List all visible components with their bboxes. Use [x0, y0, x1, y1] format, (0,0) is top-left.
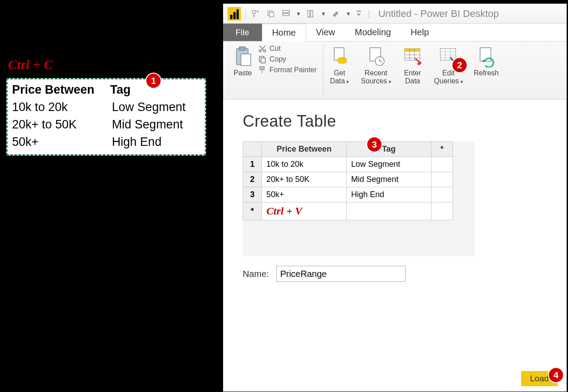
paste-button[interactable]: Paste	[229, 44, 256, 79]
copy-icon	[258, 55, 267, 64]
source-cell: High End	[110, 133, 200, 151]
tab-file[interactable]: File	[223, 24, 262, 41]
grid-cell[interactable]: Mid Segment	[347, 172, 431, 187]
svg-rect-18	[338, 59, 347, 62]
source-cell: 10k to 20k	[12, 99, 110, 116]
svg-rect-23	[440, 49, 456, 60]
grid-col-header[interactable]: Price Between	[262, 142, 347, 157]
grid-row-header[interactable]: 3	[243, 187, 262, 202]
grid-cell[interactable]	[431, 202, 453, 220]
qat-customize-icon[interactable]	[356, 8, 362, 19]
source-cell: 50k+	[12, 133, 110, 151]
svg-rect-14	[260, 67, 264, 70]
brush-icon[interactable]	[331, 8, 341, 19]
divider	[245, 8, 246, 19]
grid-cell[interactable]: 20k+ to 50K	[262, 172, 347, 187]
svg-rect-8	[239, 47, 245, 50]
callout-4: 4	[549, 368, 563, 382]
title-separator: |	[368, 8, 370, 19]
tab-modeling[interactable]: Modeling	[345, 24, 401, 41]
qat-dropdown-icon[interactable]: ▼	[321, 11, 326, 17]
source-cell: Low Segment	[110, 99, 200, 116]
cut-label: Cut	[269, 45, 281, 53]
ctrl-v-annotation: Ctrl + V	[266, 205, 302, 217]
grid-row-header[interactable]: 1	[243, 157, 262, 172]
get-data-button[interactable]: Get Data	[326, 44, 353, 87]
scissors-icon	[258, 44, 267, 53]
grid-cell[interactable]	[431, 187, 453, 202]
source-cell: Mid Segment	[110, 116, 200, 133]
refresh-icon	[476, 46, 497, 67]
source-cell: 20k+ to 50K	[12, 116, 110, 133]
qat-icon[interactable]	[250, 8, 261, 19]
qat-dropdown-icon[interactable]: ▼	[296, 11, 301, 17]
recent-sources-icon	[365, 46, 387, 67]
svg-rect-9	[241, 54, 251, 66]
clipboard-icon	[232, 46, 253, 67]
tab-view[interactable]: View	[306, 24, 345, 41]
format-painter-label: Format Painter	[269, 66, 317, 74]
callout-2: 2	[452, 58, 467, 72]
grid-cell[interactable]: Ctrl + V	[262, 202, 347, 220]
grid-col-header-add[interactable]: *	[431, 142, 453, 157]
svg-rect-3	[283, 10, 290, 12]
get-data-icon	[329, 46, 350, 67]
recent-sources-label: Recent Sources	[361, 69, 391, 86]
svg-rect-0	[253, 10, 256, 13]
data-grid[interactable]: Price Between Tag * 1 10k to 20k Low Seg…	[243, 141, 453, 220]
window-title: Untitled - Power BI Desktop	[378, 8, 499, 20]
copy-label: Copy	[269, 55, 286, 63]
ribbon: Paste Cut Copy Format Painter Get Data R…	[223, 41, 567, 99]
grid-cell[interactable]: 50k+	[262, 187, 347, 202]
grid-cell[interactable]: High End	[347, 187, 431, 202]
powerbi-logo-icon	[228, 7, 241, 21]
ctrl-c-annotation: Ctrl + C	[8, 57, 53, 72]
svg-rect-4	[283, 13, 290, 16]
ribbon-tabs: File Home View Modeling Help	[223, 24, 567, 41]
svg-rect-22	[405, 49, 420, 52]
paste-label: Paste	[234, 69, 252, 77]
enter-data-label: Enter Data	[404, 69, 421, 86]
qat-icon[interactable]	[265, 8, 276, 19]
svg-rect-6	[311, 10, 313, 17]
powerbi-window: ▼ ▼ ▼ | Untitled - Power BI Desktop File…	[223, 4, 567, 392]
qat-icon[interactable]	[281, 8, 291, 19]
data-grid-container: Price Between Tag * 1 10k to 20k Low Seg…	[243, 141, 475, 256]
grid-corner[interactable]	[243, 142, 262, 157]
svg-rect-2	[269, 12, 274, 17]
dialog-title: Create Table	[243, 112, 336, 131]
grid-row-header-add[interactable]: *	[243, 202, 262, 220]
tab-home[interactable]: Home	[262, 24, 306, 41]
recent-sources-button[interactable]: Recent Sources	[358, 44, 394, 87]
grid-cell[interactable]: 10k to 20k	[262, 157, 347, 172]
title-bar: ▼ ▼ ▼ | Untitled - Power BI Desktop	[223, 4, 567, 24]
grid-cell[interactable]	[431, 172, 453, 187]
enter-data-button[interactable]: Enter Data	[399, 44, 426, 87]
format-painter-button[interactable]: Format Painter	[258, 66, 317, 74]
refresh-button[interactable]: Refresh	[471, 44, 502, 79]
tab-help[interactable]: Help	[401, 24, 439, 41]
grid-row-header[interactable]: 2	[243, 172, 262, 187]
refresh-label: Refresh	[474, 69, 499, 77]
qat-dropdown-icon[interactable]: ▼	[346, 11, 351, 17]
enter-data-icon	[402, 46, 423, 67]
svg-rect-5	[307, 10, 310, 17]
create-table-dialog: Create Table Price Between Tag * 1 10k t…	[223, 99, 567, 282]
qat-icon[interactable]	[306, 8, 316, 19]
name-label: Name:	[243, 269, 269, 279]
grid-col-header[interactable]: Tag	[347, 142, 431, 157]
grid-cell[interactable]: Low Segment	[347, 157, 431, 172]
svg-rect-13	[261, 58, 265, 63]
callout-1: 1	[146, 74, 161, 88]
get-data-label: Get Data	[330, 69, 349, 86]
format-painter-icon	[258, 66, 267, 74]
table-name-input[interactable]	[276, 266, 406, 282]
source-excel-selection: Price Between Tag 10k to 20kLow Segment …	[6, 78, 206, 156]
grid-cell[interactable]	[431, 157, 453, 172]
source-header-price: Price Between	[12, 82, 110, 99]
callout-3: 3	[367, 137, 381, 152]
grid-cell[interactable]	[347, 202, 431, 220]
copy-button[interactable]: Copy	[258, 55, 317, 64]
cut-button[interactable]: Cut	[258, 44, 317, 53]
